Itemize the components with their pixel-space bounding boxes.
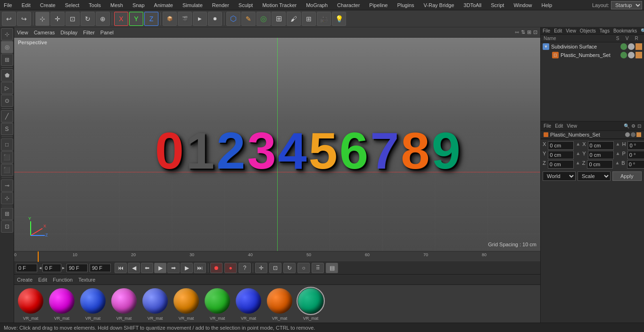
- vp-icon-3[interactable]: ⊞: [527, 29, 531, 35]
- menu-edit[interactable]: Edit: [20, 1, 33, 9]
- tree-item-plastic[interactable]: ⊡ Plastic_Numbers_Set: [541, 51, 644, 59]
- coord-z2-spin[interactable]: ▲: [615, 160, 619, 169]
- coord-y-spin[interactable]: ▲: [576, 151, 580, 159]
- attr-tag[interactable]: [636, 132, 641, 137]
- vp-view-menu[interactable]: View: [17, 30, 28, 35]
- attr-edit[interactable]: Edit: [555, 123, 563, 129]
- coord-y-pos[interactable]: [548, 151, 574, 159]
- menu-render[interactable]: Render: [210, 1, 231, 9]
- preview-start-input[interactable]: [66, 264, 88, 272]
- coord-z-spin[interactable]: ▲: [576, 160, 580, 169]
- tag-icon2[interactable]: [636, 52, 642, 58]
- render2-button[interactable]: ⏺: [208, 12, 222, 26]
- play-button[interactable]: ▶: [154, 263, 166, 273]
- material-item-8[interactable]: VR_mat: [265, 287, 294, 321]
- menu-pipeline[interactable]: Pipeline: [367, 1, 389, 9]
- layout-select[interactable]: Startup: [611, 1, 642, 9]
- paint-button[interactable]: 🖌: [287, 12, 301, 26]
- menu-character[interactable]: Character: [335, 1, 362, 9]
- mat-texture[interactable]: Texture: [78, 277, 95, 283]
- left-tool-12[interactable]: ⊸: [1, 179, 13, 192]
- vis-dot2[interactable]: [628, 52, 635, 58]
- om-tags[interactable]: Tags: [600, 28, 610, 33]
- om-view[interactable]: View: [566, 28, 576, 33]
- material-item-4[interactable]: VR_mat: [140, 287, 170, 321]
- coord-h[interactable]: [627, 141, 644, 150]
- spline-button[interactable]: ✎: [241, 12, 256, 26]
- material-item-6[interactable]: VR_mat: [203, 287, 232, 321]
- menu-animate[interactable]: Animate: [152, 1, 175, 9]
- redo-button[interactable]: ↪: [17, 12, 31, 26]
- next-frame-button[interactable]: ▶: [181, 263, 193, 273]
- attr-dot-1[interactable]: [625, 132, 630, 137]
- left-tool-2[interactable]: ◎: [1, 41, 13, 53]
- material-item-9[interactable]: VR_mat: [296, 287, 325, 321]
- coord-b[interactable]: [627, 160, 644, 169]
- vp-display-menu[interactable]: Display: [60, 30, 77, 35]
- transform-mode-select[interactable]: Scale: [578, 171, 611, 181]
- rotate-tool-button[interactable]: ↻: [81, 12, 95, 26]
- left-tool-13[interactable]: ⊹: [1, 192, 13, 204]
- x-axis-button[interactable]: X: [114, 12, 128, 26]
- select-mode-button[interactable]: ⊹: [35, 12, 50, 26]
- left-tool-5[interactable]: ▷: [1, 82, 13, 94]
- cube-view-button[interactable]: ⬡: [226, 12, 240, 26]
- check-dot[interactable]: [620, 43, 627, 50]
- light-button[interactable]: 💡: [332, 12, 346, 26]
- dots-btn[interactable]: ⠿: [312, 263, 324, 273]
- viewport-3d[interactable]: Perspective: [14, 38, 540, 251]
- scale-tool-button[interactable]: ⊡: [66, 12, 80, 26]
- attr-dot-2[interactable]: [631, 132, 636, 137]
- coord-x2-spin[interactable]: ▲: [616, 141, 620, 150]
- z-axis-button[interactable]: Z: [144, 12, 158, 26]
- material-item-5[interactable]: VR_mat: [172, 287, 201, 321]
- undo-button[interactable]: ↩: [2, 12, 16, 26]
- left-tool-9[interactable]: □: [1, 138, 13, 151]
- tag-icon[interactable]: [636, 43, 642, 50]
- om-file[interactable]: File: [543, 28, 550, 33]
- attr-file[interactable]: File: [544, 123, 551, 129]
- coord-x-rot[interactable]: [588, 141, 614, 150]
- left-tool-7[interactable]: ╱: [1, 110, 13, 122]
- menu-select[interactable]: Select: [63, 1, 82, 9]
- tree-item-subdivision[interactable]: ▼ Subdivision Surface: [541, 42, 644, 51]
- left-tool-15[interactable]: ⊡: [1, 220, 13, 233]
- material-item-1[interactable]: VR_mat: [47, 287, 76, 321]
- menu-tools[interactable]: Tools: [87, 1, 103, 9]
- om-icon-1[interactable]: 🔍: [641, 28, 644, 33]
- om-edit[interactable]: Edit: [554, 28, 562, 33]
- grid-button[interactable]: ⊞: [302, 12, 316, 26]
- menu-window[interactable]: Window: [512, 1, 534, 9]
- left-tool-14[interactable]: ⊞: [1, 208, 13, 220]
- attr-icon-3[interactable]: ⊡: [637, 123, 641, 129]
- material-sphere-button[interactable]: ◎: [256, 12, 271, 26]
- menu-help[interactable]: Help: [540, 1, 554, 9]
- menu-script[interactable]: Script: [489, 1, 506, 9]
- vp-cameras-menu[interactable]: Cameras: [34, 30, 55, 35]
- transform-tool-button[interactable]: ⊕: [96, 12, 110, 26]
- left-tool-10[interactable]: ⬛: [1, 151, 13, 163]
- preview-end-input[interactable]: [90, 264, 111, 272]
- object-mode-button[interactable]: 📦: [163, 12, 177, 26]
- array-button[interactable]: ⊞: [272, 12, 286, 26]
- mat-edit[interactable]: Edit: [38, 277, 47, 283]
- mat-create[interactable]: Create: [17, 277, 33, 283]
- material-item-0[interactable]: VR_mat: [16, 287, 45, 321]
- y-axis-button[interactable]: Y: [129, 12, 143, 26]
- next-button[interactable]: ➡: [167, 263, 180, 273]
- menu-simulate[interactable]: Simulate: [181, 1, 205, 9]
- left-tool-1[interactable]: ⊹: [1, 28, 13, 40]
- left-tool-3[interactable]: ⊞: [1, 54, 13, 66]
- mat-function[interactable]: Function: [53, 277, 73, 283]
- menu-mograph[interactable]: MoGraph: [304, 1, 330, 9]
- param-btn[interactable]: ⊡: [269, 263, 281, 273]
- mode-btn[interactable]: ▤: [326, 263, 338, 273]
- material-item-7[interactable]: VR_mat: [234, 287, 263, 321]
- camera-button[interactable]: 🎥: [317, 12, 331, 26]
- vp-icon-1[interactable]: ⇿: [515, 29, 519, 35]
- prev-button[interactable]: ⬅: [141, 263, 153, 273]
- vp-icon-4[interactable]: ⊡: [533, 29, 537, 35]
- attr-icon-1[interactable]: 🔍: [624, 123, 629, 129]
- coord-z-pos[interactable]: [548, 160, 574, 169]
- menu-sculpt[interactable]: Sculpt: [237, 1, 255, 9]
